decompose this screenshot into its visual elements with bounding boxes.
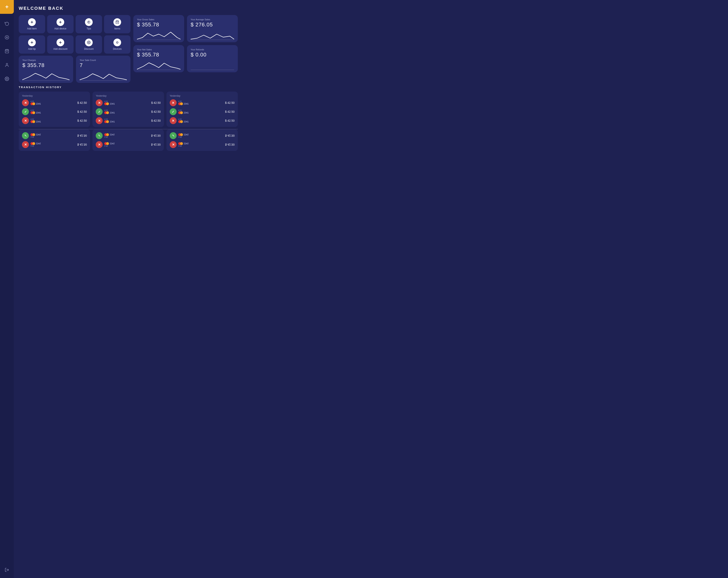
svg-point-0 xyxy=(5,35,9,39)
dashboard-icon[interactable] xyxy=(3,33,11,42)
tx-row-2-3[interactable]: ✕ 4:32 2341 $ 42.50 xyxy=(96,117,160,124)
bottom-tx-row-6[interactable]: ✓ 4:35 2341 $ 42.50 xyxy=(170,132,235,139)
tx-card-info: 2341 xyxy=(104,111,150,114)
tx-row-1-1[interactable]: ✕ 4:32 2341 $ 42.50 xyxy=(22,99,87,106)
tx-card-info: 2341 xyxy=(104,120,150,123)
tx-time: 4:32 xyxy=(104,101,150,102)
tx-time: 4:32 xyxy=(178,118,224,120)
tx-amount: $ 42.50 xyxy=(225,143,235,146)
tx-time: 4:35 xyxy=(178,145,224,147)
tx-row-3-1[interactable]: ✕ 4:32 2341 $ 42.50 xyxy=(170,99,235,106)
settings-icon[interactable] xyxy=(3,75,11,83)
tx-row-1-2[interactable]: ✓ 4:32 2341 $ 42.50 xyxy=(22,108,87,115)
add-item-icon xyxy=(28,18,36,26)
net-sales-card: Your Net Sales $ 355.78 xyxy=(133,45,184,72)
tx-date-2: Yesterday xyxy=(96,94,160,97)
tx-info: 4:32 2341 xyxy=(178,109,224,114)
add-discount-label: Add discount xyxy=(53,48,67,50)
add-device-icon xyxy=(56,18,64,26)
sale-count-card: Your Sale Count 7 xyxy=(76,56,130,83)
bag-icon[interactable] xyxy=(3,47,11,55)
mastercard-icon xyxy=(30,102,35,105)
tx-card-info: 2341 xyxy=(178,102,224,105)
add-discount-icon xyxy=(56,38,64,46)
gross-sales-value: $ 355.78 xyxy=(137,22,180,28)
tx-card-num: 2341 xyxy=(110,143,114,145)
bottom-tx-row-5[interactable]: ✕ 4:35 2341 $ 42.50 xyxy=(170,141,235,148)
tx-amount: $ 42.50 xyxy=(77,134,87,137)
tx-info: 4:32 2341 xyxy=(178,101,224,105)
top-area: Add item Add device xyxy=(19,15,238,83)
tx-row-1-3[interactable]: ✕ 4:32 2341 $ 42.50 xyxy=(22,117,87,124)
add-device-card[interactable]: Add device xyxy=(47,15,74,33)
mastercard-icon xyxy=(178,142,183,145)
tips-label: Tips xyxy=(86,27,91,30)
mastercard-icon xyxy=(104,142,109,145)
tx-card-info: 2341 xyxy=(178,111,224,114)
tx-row-3-3[interactable]: ✕ 4:32 2341 $ 42.50 xyxy=(170,117,235,124)
tx-info: 4:35 2341 xyxy=(178,142,224,147)
tx-card-num: 2341 xyxy=(36,111,41,114)
charges-label: Your Charges xyxy=(22,59,70,61)
add-tip-card[interactable]: Add tip xyxy=(19,35,45,54)
tx-time: 4:32 xyxy=(104,118,150,120)
mastercard-icon xyxy=(30,120,35,123)
items-label: Items xyxy=(114,27,120,30)
add-item-label: Add item xyxy=(27,27,36,30)
add-item-card[interactable]: Add item xyxy=(19,15,45,33)
sale-count-value: 7 xyxy=(80,62,127,68)
items-card[interactable]: Items xyxy=(104,15,130,33)
history-icon[interactable] xyxy=(3,20,11,28)
add-discount-card[interactable]: Add discount xyxy=(47,35,74,54)
svg-point-3 xyxy=(6,63,7,65)
transaction-card-2: Yesterday ✕ 4:32 2341 $ 42.50 xyxy=(93,91,164,127)
sidebar-add-button[interactable]: + xyxy=(0,0,14,14)
tx-failed-icon: ✕ xyxy=(170,99,177,106)
sale-count-chart xyxy=(80,70,127,81)
net-sales-chart xyxy=(137,59,180,70)
discount-icon xyxy=(85,38,93,46)
tx-row-2-1[interactable]: ✕ 4:32 2341 $ 42.50 xyxy=(96,99,160,106)
add-tip-label: Add tip xyxy=(28,48,35,50)
tx-amount: $ 42.50 xyxy=(225,134,235,137)
gross-sales-chart xyxy=(137,29,180,40)
tx-card-num: 2341 xyxy=(110,111,114,114)
bottom-tx-row-2[interactable]: ✓ 4:35 2341 $ 42.50 xyxy=(22,132,87,139)
tx-card-num: 2341 xyxy=(110,134,114,136)
discount-card[interactable]: Discount xyxy=(76,35,102,54)
bottom-tx-row-4[interactable]: ✓ 4:35 2341 $ 42.50 xyxy=(96,132,160,139)
tx-card-num: 2341 xyxy=(184,134,189,136)
svg-point-4 xyxy=(6,78,7,79)
devices-card[interactable]: Devices xyxy=(104,35,130,54)
tx-card-info: 2341 xyxy=(104,133,150,136)
tx-time: 4:32 xyxy=(104,109,150,111)
tx-failed-icon: ✕ xyxy=(96,99,103,106)
mastercard-icon xyxy=(104,102,109,105)
tx-card-info: 2341 xyxy=(178,142,224,145)
tx-time: 4:32 xyxy=(178,109,224,111)
svg-point-19 xyxy=(88,42,89,43)
add-tip-icon xyxy=(28,38,36,46)
tx-time: 4:35 xyxy=(30,145,76,147)
tx-info: 4:35 2341 xyxy=(104,133,150,138)
tx-success-icon: ✓ xyxy=(170,132,177,139)
tx-success-icon: ✓ xyxy=(22,132,29,139)
tx-info: 4:35 2341 xyxy=(30,142,76,147)
stats-column: Your Gross Sales $ 355.78 Your Average S… xyxy=(133,15,238,83)
tips-card[interactable]: $ Tips xyxy=(76,15,102,33)
devices-label: Devices xyxy=(113,48,122,50)
gross-sales-label: Your Gross Sales xyxy=(137,18,180,21)
bottom-tx-row-1[interactable]: ✕ 4:35 2341 $ 42.50 xyxy=(22,141,87,148)
user-icon[interactable] xyxy=(3,61,11,69)
charges-chart xyxy=(22,70,70,81)
tx-card-num: 2341 xyxy=(36,134,41,136)
tx-row-3-2[interactable]: ✓ 4:32 2341 $ 42.50 xyxy=(170,108,235,115)
tx-success-icon: ✓ xyxy=(96,132,103,139)
refunds-card: Your Refunds $ 0.00 xyxy=(187,45,238,72)
tx-amount: $ 42.50 xyxy=(151,134,161,137)
charges-salecount-row: Your Charges $ 355.78 Your Sale Count 7 xyxy=(19,56,130,83)
tx-row-2-2[interactable]: ✓ 4:32 2341 $ 42.50 xyxy=(96,108,160,115)
bottom-tx-row-3[interactable]: ✕ 4:35 2341 $ 42.50 xyxy=(96,141,160,148)
tx-card-info: 2341 xyxy=(178,133,224,136)
tx-card-num: 2341 xyxy=(184,111,189,114)
